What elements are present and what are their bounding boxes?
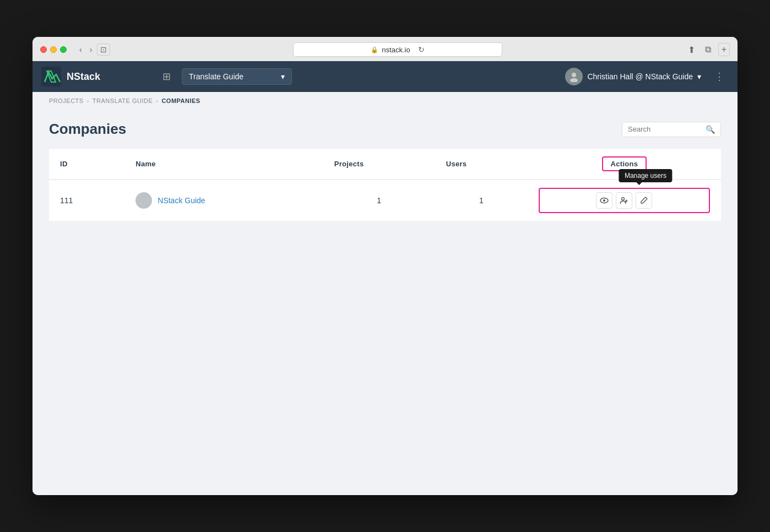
col-header-name: Name [124,149,323,180]
back-button[interactable]: ‹ [77,44,85,56]
main-content: Companies 🔍 ID Name Projects Users [32,110,738,495]
company-avatar [135,192,152,209]
new-tab-button[interactable]: + [718,43,730,56]
page-header: Companies 🔍 [49,121,721,138]
chevron-down-icon: ▾ [281,72,285,81]
row-projects: 1 [323,180,435,221]
row-actions-cell: Manage users [528,180,721,221]
row-name-cell: NStack Guide [124,180,323,221]
row-id: 111 [49,180,124,221]
view-button[interactable] [596,192,612,209]
url-text: nstack.io [382,46,410,54]
nav-buttons: ‹ › ⊡ [77,44,110,56]
duplicate-button[interactable]: ⧉ [702,43,714,56]
breadcrumb-separator-1: › [87,97,89,104]
svg-point-5 [622,198,625,200]
table-body: 111 NStack Guide 1 1 [49,180,721,221]
more-options-button[interactable]: ⋮ [710,68,729,85]
col-header-id: ID [49,149,124,180]
table-container: ID Name Projects Users Actions 111 [49,149,721,221]
col-header-projects: Projects [323,149,435,180]
page-title: Companies [49,121,126,138]
search-box[interactable]: 🔍 [622,122,721,137]
minimize-button[interactable] [50,46,57,53]
breadcrumb-projects[interactable]: PROJECTS [49,97,84,104]
user-label: Christian Hall @ NStack Guide [587,72,693,81]
svg-point-1 [572,73,576,77]
user-area[interactable]: Christian Hall @ NStack Guide ▾ [565,68,701,85]
close-button[interactable] [40,46,47,53]
data-table: ID Name Projects Users Actions 111 [49,149,721,221]
breadcrumb-current: COMPANIES [161,97,200,104]
forward-button[interactable]: › [87,44,95,56]
svg-point-4 [603,199,605,202]
eye-icon [600,196,609,205]
browser-window: ‹ › ⊡ 🔒 nstack.io ↻ ⬆ ⧉ + [32,37,738,495]
logo-text: NStack [67,71,100,83]
table-row: 111 NStack Guide 1 1 [49,180,721,221]
address-bar-container: 🔒 nstack.io ↻ [116,42,679,57]
browser-actions: ⬆ ⧉ + [685,43,730,56]
traffic-lights [40,46,67,53]
search-input[interactable] [628,125,702,133]
row-users: 1 [435,180,528,221]
edit-button[interactable] [636,192,652,209]
share-button[interactable]: ⬆ [685,43,698,56]
logo-area: NStack [41,67,151,86]
manage-users-button[interactable] [616,192,632,209]
search-icon: 🔍 [706,125,715,134]
breadcrumb-translate-guide[interactable]: TRANSLATE GUIDE [93,97,153,104]
action-buttons: Manage users [539,188,710,213]
user-dropdown-arrow: ▾ [697,72,701,81]
breadcrumb-separator-2: › [156,97,158,104]
project-selector-label: Translate Guide [189,72,243,81]
lock-icon: 🔒 [371,46,378,53]
app-container: NStack ⊞ Translate Guide ▾ Christian Hal… [32,61,738,495]
col-header-actions: Actions [528,149,721,180]
actions-header-cell: Actions [602,156,647,171]
browser-top-bar: ‹ › ⊡ 🔒 nstack.io ↻ ⬆ ⧉ + [40,42,730,61]
maximize-button[interactable] [60,46,67,53]
table-header: ID Name Projects Users Actions [49,149,721,180]
edit-icon [639,196,648,205]
breadcrumb: PROJECTS › TRANSLATE GUIDE › COMPANIES [32,92,738,110]
manage-users-icon [620,196,628,205]
col-header-users: Users [435,149,528,180]
table-header-row: ID Name Projects Users Actions [49,149,721,180]
avatar [565,68,583,85]
company-name: NStack Guide [158,196,205,205]
name-cell: NStack Guide [135,192,312,209]
top-nav: NStack ⊞ Translate Guide ▾ Christian Hal… [32,61,738,92]
address-bar[interactable]: 🔒 nstack.io ↻ [293,42,502,57]
grid-menu-button[interactable]: ⊞ [160,68,173,85]
nstack-logo-icon [41,67,61,86]
project-selector[interactable]: Translate Guide ▾ [182,68,292,85]
svg-point-2 [570,78,578,82]
window-button[interactable]: ⊡ [97,44,110,56]
refresh-button[interactable]: ↻ [418,45,425,54]
browser-chrome: ‹ › ⊡ 🔒 nstack.io ↻ ⬆ ⧉ + [32,37,738,61]
